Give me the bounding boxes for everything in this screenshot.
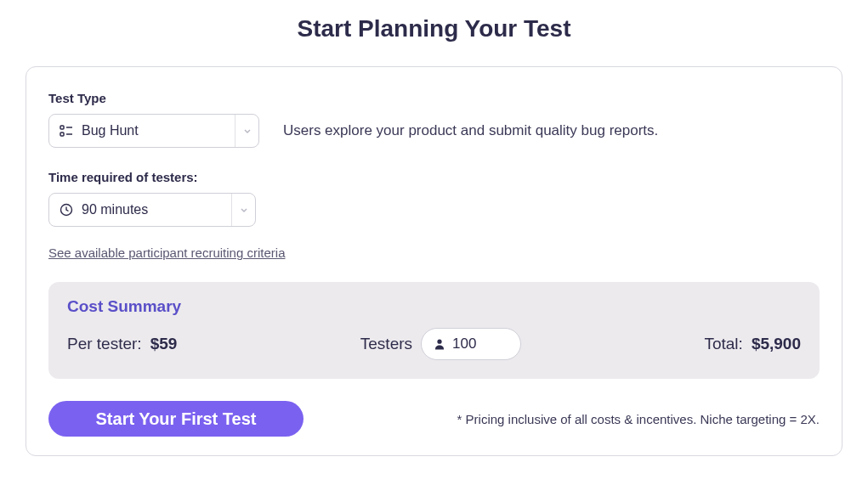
test-type-value: Bug Hunt [82,123,139,138]
per-tester-group: Per tester: $59 [67,335,177,353]
test-type-label: Test Type [48,91,259,105]
time-label: Time required of testers: [48,170,820,184]
cost-summary-title: Cost Summary [67,297,801,316]
clock-icon [60,203,73,217]
list-icon [60,124,73,138]
testers-input[interactable] [452,336,503,352]
time-select[interactable]: 90 minutes [48,193,256,227]
svg-point-5 [437,340,441,344]
test-type-select[interactable]: Bug Hunt [48,114,259,148]
testers-group: Testers [360,328,521,360]
person-icon [434,338,445,350]
testers-label: Testers [360,335,412,353]
total-group: Total: $5,900 [704,335,801,353]
chevron-down-icon [231,194,255,226]
total-label: Total: [704,335,742,353]
pricing-disclaimer: * Pricing inclusive of all costs & incen… [457,412,820,426]
per-tester-label: Per tester: [67,335,142,353]
start-test-button[interactable]: Start Your First Test [48,401,304,437]
chevron-down-icon [235,115,258,147]
per-tester-value: $59 [150,335,178,353]
testers-input-wrap [421,328,521,360]
cost-summary-box: Cost Summary Per tester: $59 Testers [48,282,820,379]
page-title: Start Planning Your Test [0,0,868,66]
planning-panel: Test Type Bug Hunt [26,66,842,456]
test-type-description: Users explore your product and submit qu… [283,122,658,139]
total-value: $5,900 [752,335,801,353]
test-type-field: Test Type Bug Hunt [48,91,259,148]
recruiting-criteria-link[interactable]: See available participant recruiting cri… [48,245,285,260]
time-value: 90 minutes [82,202,148,217]
svg-rect-2 [60,133,64,136]
svg-rect-0 [60,126,64,129]
time-field: Time required of testers: 90 minutes [48,170,820,227]
